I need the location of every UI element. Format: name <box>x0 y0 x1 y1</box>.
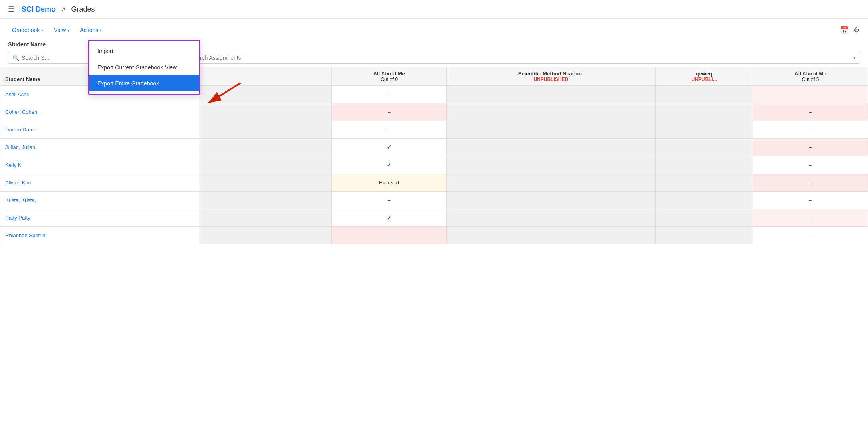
qeweq-cell[interactable] <box>655 156 753 174</box>
gradebook-button[interactable]: Gradebook ▾ <box>8 24 47 36</box>
all-about-me-5-cell[interactable]: – <box>753 192 868 209</box>
checkmark-icon: ✓ <box>386 144 392 151</box>
assignment-search-chevron-icon: ▾ <box>853 55 856 61</box>
all-about-me-5-cell[interactable]: – <box>753 209 868 227</box>
section-cell <box>199 209 332 227</box>
checkmark-icon: ✓ <box>386 214 392 221</box>
section-cell <box>199 227 332 244</box>
actions-chevron-icon: ▾ <box>100 28 102 32</box>
dropdown-item-export-current[interactable]: Export Current Gradebook View <box>89 59 199 75</box>
col-header-sci-method: Scientific Method Nearpod UNPUBLISHED <box>446 67 655 86</box>
qeweq-cell[interactable] <box>655 174 753 192</box>
toolbar: Gradebook ▾ View ▾ Actions ▾ Import Expo… <box>0 19 868 41</box>
dropdown-item-import[interactable]: Import <box>89 43 199 59</box>
student-name-header: Student Name <box>8 41 96 48</box>
sci-method-cell[interactable] <box>446 192 655 209</box>
section-cell <box>199 174 332 192</box>
settings-icon: ⚙ <box>854 26 860 34</box>
view-chevron-icon: ▾ <box>67 28 69 32</box>
toolbar-right-icons: 📅 ⚙ <box>840 26 860 34</box>
all-about-me-5-cell[interactable]: – <box>753 156 868 174</box>
sci-method-cell[interactable] <box>446 156 655 174</box>
qeweq-cell[interactable] <box>655 227 753 244</box>
student-name-cell[interactable]: Patty Patty <box>0 209 199 227</box>
sci-method-cell[interactable] <box>446 139 655 156</box>
student-name-cell[interactable]: Rhiannon Spetrini <box>0 227 199 244</box>
sci-method-cell[interactable] <box>446 121 655 139</box>
qeweq-cell[interactable] <box>655 139 753 156</box>
all-about-me-0-cell[interactable]: – <box>332 227 447 244</box>
all-about-me-0-cell[interactable]: Excused <box>332 174 447 192</box>
table-row: Darren Darren–– <box>0 121 868 139</box>
student-name-cell[interactable]: Krista, Krista, <box>0 192 199 209</box>
view-button[interactable]: View ▾ <box>50 24 73 36</box>
student-name-cell[interactable]: Allison Kim <box>0 174 199 192</box>
student-name-cell[interactable]: Julian, Julian, <box>0 139 199 156</box>
all-about-me-0-cell[interactable]: – <box>332 121 447 139</box>
student-name-cell[interactable]: Darren Darren <box>0 121 199 139</box>
dropdown-item-export-entire[interactable]: Export Entire Gradebook <box>89 75 199 91</box>
col-header-qeweq: qeweq UNPUBLI... <box>655 67 753 86</box>
table-row: Kelly K✓– <box>0 156 868 174</box>
gradebook-chevron-icon: ▾ <box>41 28 43 32</box>
table-row: Rhiannon Spetrini–– <box>0 227 868 244</box>
actions-button[interactable]: Actions ▾ <box>76 24 106 36</box>
table-row: Allison KimExcused– <box>0 174 868 192</box>
student-name-cell[interactable]: Kelly K <box>0 156 199 174</box>
sci-method-cell[interactable] <box>446 227 655 244</box>
all-about-me-0-cell[interactable]: ✓ <box>332 139 447 156</box>
table-row: Cohen Cohen_–– <box>0 103 868 121</box>
student-name-cell[interactable]: Cohen Cohen_ <box>0 103 199 121</box>
sci-method-cell[interactable] <box>446 174 655 192</box>
calendar-icon-button[interactable]: 📅 <box>840 26 849 34</box>
qeweq-cell[interactable] <box>655 86 753 103</box>
all-about-me-5-cell[interactable]: – <box>753 86 868 103</box>
assignment-search-input[interactable] <box>190 54 851 61</box>
col-header-all-about-me-5: All About Me Out of 5 <box>753 67 868 86</box>
sci-method-cell[interactable] <box>446 209 655 227</box>
section-cell <box>199 86 332 103</box>
actions-dropdown-menu: Import Export Current Gradebook View Exp… <box>88 40 200 95</box>
qeweq-cell[interactable] <box>655 209 753 227</box>
assignment-names-header: Assignment Names <box>144 41 860 48</box>
section-cell <box>199 192 332 209</box>
section-cell <box>199 156 332 174</box>
sci-method-cell[interactable] <box>446 86 655 103</box>
qeweq-cell[interactable] <box>655 103 753 121</box>
site-name[interactable]: SCI Demo <box>22 5 56 14</box>
section-cell <box>199 103 332 121</box>
top-navigation: ☰ SCI Demo > Grades <box>0 0 868 19</box>
all-about-me-0-cell[interactable]: – <box>332 86 447 103</box>
qeweq-cell[interactable] <box>655 192 753 209</box>
all-about-me-5-cell[interactable]: – <box>753 121 868 139</box>
all-about-me-5-cell[interactable]: – <box>753 139 868 156</box>
section-cell <box>199 121 332 139</box>
table-row: Patty Patty✓– <box>0 209 868 227</box>
student-search-icon: 🔍 <box>12 54 19 61</box>
all-about-me-0-cell[interactable]: ✓ <box>332 209 447 227</box>
calendar-icon: 📅 <box>840 26 849 34</box>
all-about-me-0-cell[interactable]: – <box>332 103 447 121</box>
breadcrumb-separator: > <box>61 5 66 14</box>
table-row: Julian, Julian,✓– <box>0 139 868 156</box>
all-about-me-0-cell[interactable]: – <box>332 192 447 209</box>
hamburger-icon[interactable]: ☰ <box>8 5 14 14</box>
col-header-section <box>199 67 332 86</box>
all-about-me-5-cell[interactable]: – <box>753 227 868 244</box>
col-header-all-about-me-0: All About Me Out of 0 <box>332 67 447 86</box>
all-about-me-5-cell[interactable]: – <box>753 174 868 192</box>
table-row: Krista, Krista,–– <box>0 192 868 209</box>
sci-method-cell[interactable] <box>446 103 655 121</box>
checkmark-icon: ✓ <box>386 161 392 168</box>
section-cell <box>199 139 332 156</box>
assignment-search-box[interactable]: 🔍 ▾ <box>176 52 860 64</box>
all-about-me-0-cell[interactable]: ✓ <box>332 156 447 174</box>
settings-icon-button[interactable]: ⚙ <box>854 26 860 34</box>
page-title: Grades <box>71 5 95 14</box>
qeweq-cell[interactable] <box>655 121 753 139</box>
all-about-me-5-cell[interactable]: – <box>753 103 868 121</box>
